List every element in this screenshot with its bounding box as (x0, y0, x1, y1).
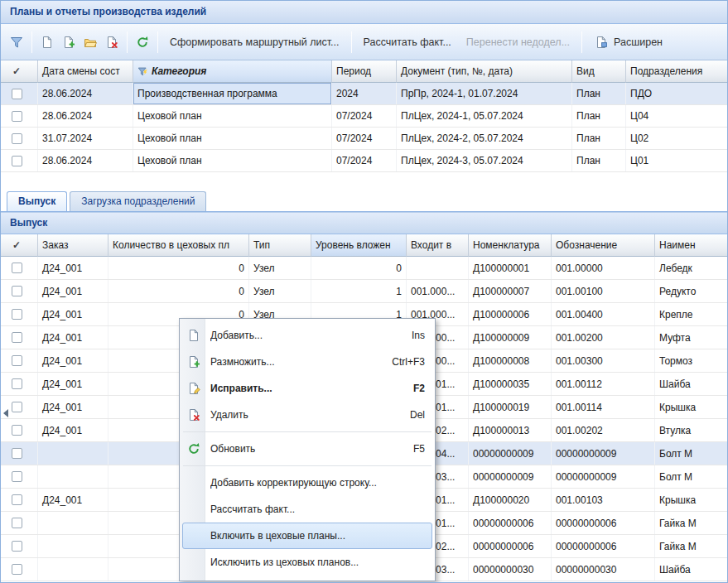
cell-nomen: Д100000006 (469, 303, 552, 325)
menu-item-add[interactable]: Добавить... Ins (182, 322, 432, 349)
select-all-column-header[interactable]: ✓ (1, 60, 38, 83)
row-checkbox[interactable] (12, 518, 22, 528)
column-header-period[interactable]: Период (332, 60, 397, 83)
row-checkbox[interactable] (12, 494, 22, 505)
delete-button[interactable] (101, 31, 123, 53)
column-header-order[interactable]: Заказ (38, 234, 108, 257)
delete-document-icon (104, 35, 119, 50)
tab-division-load[interactable]: Загрузка подразделений (70, 191, 206, 211)
table-row[interactable]: 28.06.2024Производственная программа2024… (1, 83, 728, 105)
column-header-label: Уровень вложен (316, 239, 391, 251)
menu-item-label: Обновить (210, 443, 403, 455)
cell-type: Узел (249, 280, 311, 302)
tab-output[interactable]: Выпуск (7, 191, 67, 211)
checkbox-cell (1, 303, 38, 325)
menu-item-include-in-shop-plans[interactable]: Включить в цеховые планы... (182, 523, 432, 549)
cell-name: Крепле (655, 303, 728, 325)
cell-name: Муфта (655, 326, 728, 349)
cell-category: Цеховой план (133, 150, 332, 171)
menu-item-calc-fact[interactable]: Рассчитать факт... (182, 496, 432, 523)
cell-code: 00000000006 (552, 512, 655, 534)
menu-item-refresh[interactable]: Обновить F5 (182, 436, 432, 462)
menu-item-add-correction-row[interactable]: Добавить корректирующую строку... (182, 470, 432, 496)
row-checkbox[interactable] (12, 541, 22, 552)
add-button[interactable] (36, 31, 58, 53)
make-route-list-button[interactable]: Сформировать маршрутный лист... (162, 33, 347, 51)
checkbox-cell (1, 558, 38, 581)
toolbar: Сформировать маршрутный лист... Рассчита… (1, 24, 727, 60)
menu-shortcut: Ins (412, 330, 425, 341)
refresh-button[interactable] (132, 31, 153, 53)
cell-code: 00000000009 (552, 465, 655, 488)
calc-fact-button[interactable]: Рассчитать факт... (356, 33, 459, 51)
row-checkbox[interactable] (12, 402, 22, 412)
open-button[interactable] (80, 31, 101, 53)
column-header-parent[interactable]: Входит в (407, 234, 469, 257)
filter-button[interactable] (6, 31, 27, 53)
table-row[interactable]: Д24_0010Узел1001.000...Д100000007001.001… (1, 280, 728, 303)
row-checkbox[interactable] (12, 263, 22, 273)
column-header-code[interactable]: Обозначение (552, 234, 655, 257)
select-all-column-header[interactable]: ✓ (1, 234, 38, 257)
column-header-qty[interactable]: Количество в цеховых пл (108, 234, 249, 257)
menu-separator (183, 465, 431, 466)
cell-type: Узел (249, 257, 311, 279)
column-header-label: Тип (253, 239, 270, 251)
app-window: Планы и отчеты производства изделий (0, 0, 728, 583)
row-checkbox[interactable] (12, 332, 22, 343)
menu-item-exclude-from-shop-plans[interactable]: Исключить из цеховых планов... (182, 549, 432, 576)
checkbox-cell (1, 150, 38, 171)
row-checkbox[interactable] (12, 286, 22, 296)
row-checkbox[interactable] (12, 564, 22, 575)
menu-item-duplicate[interactable]: Размножить... Ctrl+F3 (182, 349, 432, 375)
column-header-division[interactable]: Подразделения (626, 60, 728, 83)
row-checkbox[interactable] (12, 133, 22, 144)
row-checkbox[interactable] (12, 425, 22, 436)
column-header-date[interactable]: Дата смены сост (38, 60, 133, 83)
cell-code: 001.00200 (552, 326, 655, 349)
cell-kind: План (572, 83, 626, 104)
add-document-icon (40, 35, 55, 50)
column-header-kind[interactable]: Вид (572, 60, 626, 83)
table-row[interactable]: Д24_0010Узел0Д100000001001.00000Лебедк (1, 257, 728, 280)
cell-order: Д24_001 (38, 303, 108, 325)
column-header-label: Дата смены сост (42, 65, 120, 77)
toolbar-separator (351, 31, 352, 53)
column-header-label: Вид (576, 65, 595, 77)
column-header-level[interactable]: Уровень вложен (311, 234, 407, 257)
extended-button[interactable]: Расширен (586, 31, 670, 53)
column-header-name[interactable]: Наимен (655, 234, 728, 257)
column-header-nomen[interactable]: Номенклатура (469, 234, 552, 257)
menu-shortcut: F5 (413, 443, 425, 455)
row-checkbox[interactable] (12, 378, 22, 389)
plans-grid: ✓Дата смены состКатегорияПериодДокумент … (1, 60, 728, 190)
menu-item-delete[interactable]: Удалить Del (182, 402, 432, 428)
row-checkbox[interactable] (12, 355, 22, 366)
row-checkbox[interactable] (12, 89, 22, 99)
menu-item-edit[interactable]: Исправить... F2 (182, 375, 432, 402)
cell-nomen: Д100000035 (469, 373, 552, 395)
table-row[interactable]: 28.06.2024Цеховой план07/2024ПлЦех, 2024… (1, 105, 728, 128)
toolbar-separator (127, 31, 128, 53)
collapse-left-icon[interactable] (2, 407, 9, 420)
row-checkbox[interactable] (12, 156, 22, 166)
row-checkbox[interactable] (12, 448, 22, 459)
column-header-document[interactable]: Документ (тип, №, дата) (397, 60, 572, 83)
cell-name: Втулка (655, 419, 728, 441)
column-header-category[interactable]: Категория (133, 60, 332, 83)
checkbox-cell (1, 326, 38, 349)
row-checkbox[interactable] (12, 111, 22, 122)
table-row[interactable]: 31.07.2024Цеховой план07/2024ПлЦех, 2024… (1, 128, 728, 150)
table-row[interactable]: 28.06.2024Цеховой план07/2024ПлЦех, 2024… (1, 150, 728, 172)
duplicate-document-icon (186, 354, 201, 369)
cell-order (38, 535, 108, 557)
column-header-label: Категория (152, 65, 206, 77)
row-checkbox[interactable] (12, 309, 22, 320)
column-header-label: Количество в цеховых пл (113, 239, 229, 251)
cell-document: ПлЦех, 2024-1, 05.07.2024 (397, 105, 572, 127)
move-backlog-button[interactable]: Перенести недодел... (459, 33, 577, 51)
row-checkbox[interactable] (12, 471, 22, 482)
column-header-type[interactable]: Тип (249, 234, 311, 257)
cell-level: 0 (311, 257, 407, 279)
duplicate-button[interactable] (58, 31, 80, 53)
